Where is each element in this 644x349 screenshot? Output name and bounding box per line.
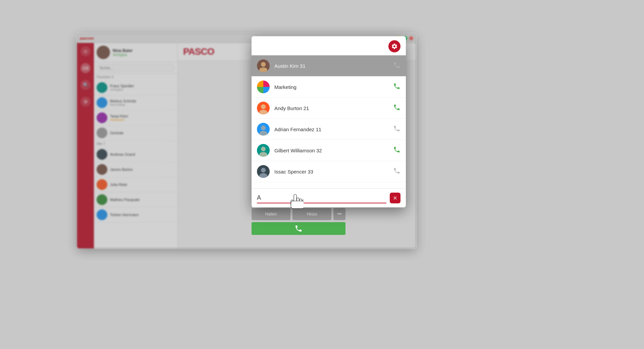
svg-point-7 xyxy=(259,152,267,157)
call-icon xyxy=(393,61,400,70)
call-button[interactable] xyxy=(252,222,345,235)
bottom-action-area: Halten Hinzu ••• xyxy=(252,208,345,242)
result-item-issac-spencer[interactable]: Issac Spencer 33 xyxy=(252,161,406,182)
svg-point-3 xyxy=(259,110,267,114)
svg-point-0 xyxy=(261,62,266,67)
svg-point-9 xyxy=(259,173,267,178)
result-item-marketing[interactable]: Marketing xyxy=(252,77,406,98)
result-item-name: Adrian Fernandez 11 xyxy=(274,127,393,132)
call-icon xyxy=(393,167,400,176)
call-icon xyxy=(393,104,400,113)
result-item-avatar-marketing xyxy=(257,81,270,93)
result-item-name: Marketing xyxy=(274,84,393,90)
more-button[interactable]: ••• xyxy=(333,208,345,220)
call-icon xyxy=(393,146,400,155)
result-item-gilbert-williamson[interactable]: Gilbert Williamson 32 xyxy=(252,140,406,161)
result-item-avatar xyxy=(257,102,270,114)
svg-point-4 xyxy=(261,126,266,130)
result-item-andy-burton[interactable]: Andy Burton 21 xyxy=(252,98,406,119)
result-item-name: Issac Spencer 33 xyxy=(274,169,393,174)
svg-point-6 xyxy=(261,147,266,151)
add-button[interactable]: Hinzu xyxy=(292,208,331,220)
result-item-avatar xyxy=(257,59,270,72)
hold-button[interactable]: Halten xyxy=(252,208,290,220)
result-item-avatar xyxy=(257,123,270,136)
transfer-popup: Austin Kim 31 Marketing xyxy=(252,36,406,207)
svg-point-2 xyxy=(261,104,266,109)
popup-search-area xyxy=(252,188,406,207)
svg-point-5 xyxy=(259,131,267,136)
result-item-name: Austin Kim 31 xyxy=(274,63,393,69)
svg-point-8 xyxy=(261,168,266,172)
result-item-avatar xyxy=(257,144,270,157)
call-icon xyxy=(393,83,400,92)
settings-button[interactable] xyxy=(388,40,400,52)
popup-search-input[interactable] xyxy=(257,193,386,203)
result-item-name: Gilbert Williamson 32 xyxy=(274,148,393,153)
action-row: Halten Hinzu ••• xyxy=(252,208,345,220)
call-icon xyxy=(393,125,400,134)
svg-point-1 xyxy=(259,67,267,72)
result-item-name: Andy Burton 21 xyxy=(274,105,393,111)
result-item-avatar xyxy=(257,165,270,178)
popup-clear-button[interactable] xyxy=(390,193,400,203)
result-item-austin-kim[interactable]: Austin Kim 31 xyxy=(252,55,406,77)
popup-results-list: Austin Kim 31 Marketing xyxy=(252,55,406,188)
popup-header xyxy=(252,36,406,55)
result-item-adrian-fernandez[interactable]: Adrian Fernandez 11 xyxy=(252,119,406,140)
